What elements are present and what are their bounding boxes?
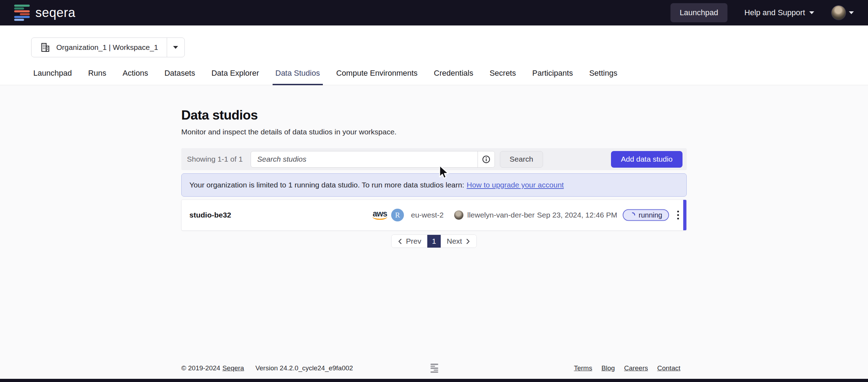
search-input-group	[251, 151, 495, 168]
aws-swoosh	[372, 217, 387, 220]
tab-actions[interactable]: Actions	[122, 69, 148, 85]
help-and-support-menu[interactable]: Help and Support	[744, 8, 814, 17]
pagination-page-1[interactable]: 1	[427, 235, 441, 248]
showing-count-label: Showing 1-1 of 1	[187, 155, 243, 163]
search-info-button[interactable]	[478, 151, 495, 167]
table-scrollbar[interactable]	[683, 200, 686, 230]
footer-link-blog[interactable]: Blog	[601, 364, 615, 372]
chevron-right-icon	[465, 238, 470, 244]
tab-launchpad[interactable]: Launchpad	[33, 69, 72, 85]
tab-settings[interactable]: Settings	[589, 69, 617, 85]
search-input[interactable]	[251, 151, 478, 167]
footer-link-careers[interactable]: Careers	[624, 364, 648, 372]
workspace-selector-dropdown-button[interactable]	[167, 38, 184, 57]
chevron-left-icon	[398, 238, 403, 244]
footer-links: Terms Blog Careers Contact	[574, 364, 680, 372]
tab-secrets[interactable]: Secrets	[490, 69, 516, 85]
user-avatar-menu[interactable]	[831, 5, 854, 20]
footer-link-terms[interactable]: Terms	[574, 364, 592, 372]
owner-avatar	[454, 210, 463, 220]
tab-participants[interactable]: Participants	[532, 69, 573, 85]
top-navbar: seqera Launchpad Help and Support	[0, 0, 868, 25]
tab-data-explorer[interactable]: Data Explorer	[211, 69, 259, 85]
navbar-right: Launchpad Help and Support	[670, 3, 854, 22]
workspace-selector[interactable]: Organization_1 | Workspace_1	[31, 37, 185, 57]
aws-logo-text: aws	[373, 210, 387, 217]
page-footer: © 2019-2024 Seqera Version 24.2.0_cycle2…	[0, 360, 868, 376]
status-badge: running	[623, 209, 669, 221]
organization-icon	[40, 42, 51, 53]
studios-toolbar: Showing 1-1 of 1 Search Add data studio	[181, 148, 687, 170]
seqera-logo[interactable]: seqera	[14, 5, 75, 21]
avatar	[831, 5, 846, 20]
prev-label: Prev	[406, 237, 421, 245]
chevron-down-icon	[173, 46, 178, 49]
aws-logo-icon: aws	[371, 210, 389, 220]
seqera-logo-icon	[14, 5, 30, 21]
chevron-down-icon	[849, 11, 854, 14]
pagination: Prev 1 Next	[391, 235, 477, 248]
chevron-down-icon	[809, 11, 814, 14]
footer-link-contact[interactable]: Contact	[657, 364, 680, 372]
info-icon	[482, 155, 491, 164]
next-label: Next	[447, 237, 462, 245]
version-label: Version 24.2.0_cycle24_e9fa002	[255, 364, 353, 372]
workspace-selector-main: Organization_1 | Workspace_1	[32, 38, 167, 57]
copyright-text: © 2019-2024	[181, 364, 220, 372]
studio-created-date: Sep 23, 2024, 12:46 PM	[537, 211, 617, 219]
tab-data-studios[interactable]: Data Studios	[275, 69, 320, 85]
spinner-icon	[629, 212, 635, 218]
pagination-prev-button[interactable]: Prev	[392, 235, 427, 248]
owner-name: llewelyn-van-der-ber	[467, 211, 535, 219]
seqera-mark-icon	[430, 364, 438, 373]
pagination-next-button[interactable]: Next	[441, 235, 476, 248]
seqera-logo-text: seqera	[35, 5, 75, 20]
main-content: Data studios Monitor and inspect the det…	[181, 108, 687, 248]
studio-region: eu-west-2	[411, 211, 444, 219]
studio-name-link[interactable]: studio-be32	[189, 211, 231, 219]
workspace-selector-label: Organization_1 | Workspace_1	[56, 43, 158, 52]
limit-banner-text: Your organization is limited to 1 runnin…	[189, 181, 464, 189]
footer-left: © 2019-2024 Seqera Version 24.2.0_cycle2…	[181, 364, 353, 372]
add-data-studio-button[interactable]: Add data studio	[611, 151, 683, 168]
page-title: Data studios	[181, 108, 687, 123]
tab-datasets[interactable]: Datasets	[164, 69, 195, 85]
tab-compute-environments[interactable]: Compute Environments	[336, 69, 418, 85]
row-actions-menu-button[interactable]	[675, 209, 681, 222]
studio-owner: llewelyn-van-der-ber	[454, 210, 535, 220]
status-label: running	[639, 211, 662, 219]
rstudio-app-badge: R	[391, 209, 404, 221]
copyright: © 2019-2024 Seqera	[181, 364, 244, 372]
bottom-window-edge	[0, 379, 868, 382]
workspace-header: Organization_1 | Workspace_1 Launchpad R…	[0, 25, 868, 85]
tab-credentials[interactable]: Credentials	[434, 69, 473, 85]
help-and-support-label: Help and Support	[744, 8, 805, 17]
search-button[interactable]: Search	[500, 151, 543, 168]
upgrade-account-link[interactable]: How to upgrade your account	[467, 181, 564, 189]
studio-row[interactable]: studio-be32 aws R eu-west-2 llewelyn-van…	[181, 199, 687, 231]
workspace-tabs: Launchpad Runs Actions Datasets Data Exp…	[0, 69, 868, 85]
seqera-footer-link[interactable]: Seqera	[222, 364, 244, 372]
tab-runs[interactable]: Runs	[88, 69, 106, 85]
launchpad-button[interactable]: Launchpad	[670, 3, 727, 22]
page-subtitle: Monitor and inspect the details of data …	[181, 128, 687, 136]
limit-banner: Your organization is limited to 1 runnin…	[181, 173, 687, 197]
